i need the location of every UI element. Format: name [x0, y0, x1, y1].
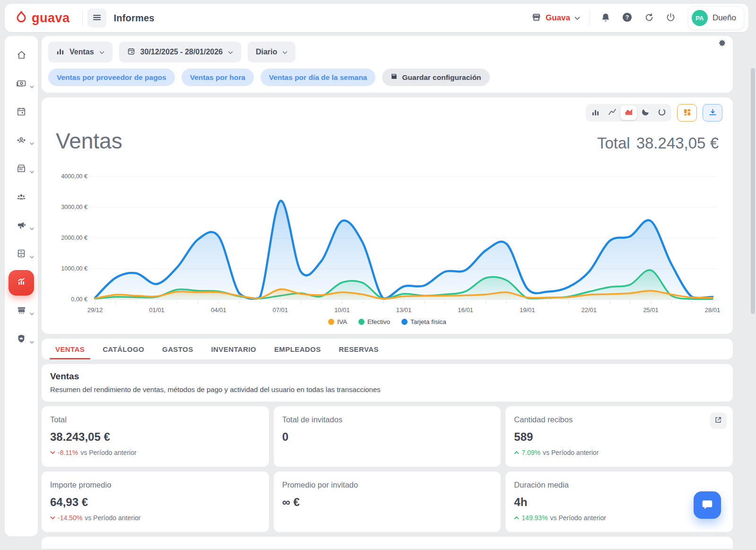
scrollbar-track[interactable]: [750, 33, 756, 550]
sidebar-item-payments[interactable]: [5, 70, 38, 98]
sidebar-item-reports-active[interactable]: [5, 269, 38, 297]
granularity-dropdown[interactable]: Diario: [248, 42, 295, 62]
bar-chart-icon: [591, 108, 600, 118]
sidebar-item-archive[interactable]: [5, 240, 38, 269]
delta-value: -14.50%: [58, 514, 82, 522]
sidebar-item-company[interactable]: [5, 155, 38, 183]
date-range-picker[interactable]: 30/12/2025 - 28/01/2026: [119, 42, 241, 62]
user-menu[interactable]: PA Dueño: [688, 7, 744, 29]
stat-card-total: Total 38.243,05 € -8.11% vs Período ante…: [42, 406, 269, 467]
money-icon: [16, 78, 27, 91]
chart-type-pie-button[interactable]: [637, 105, 653, 120]
stat-card-guests: Total de invitados 0: [274, 406, 501, 467]
sidebar-item-home[interactable]: [5, 42, 38, 70]
section-description: Resumen del rendimiento de ventas, métod…: [50, 385, 724, 393]
svg-text:28/01: 28/01: [705, 306, 721, 314]
sidebar-item-customers[interactable]: [5, 127, 38, 155]
chart-title: Ventas: [56, 128, 122, 154]
notifications-button[interactable]: [595, 8, 617, 28]
legend-item[interactable]: Efectivo: [358, 318, 390, 325]
chat-support-button[interactable]: [694, 491, 721, 519]
megaphone-icon: [16, 220, 27, 233]
download-button[interactable]: [703, 104, 722, 122]
stat-delta: 149.93% vs Período anterior: [514, 514, 724, 522]
help-button[interactable]: ?: [617, 8, 638, 28]
svg-text:13/01: 13/01: [396, 306, 412, 314]
delta-value: -8.11%: [58, 449, 78, 456]
tab-catalogo[interactable]: CATÁLOGO: [94, 339, 153, 359]
user-name: Dueño: [713, 13, 736, 23]
svg-text:25/01: 25/01: [643, 306, 659, 314]
stat-title: Cantidad recibos: [514, 415, 724, 424]
sidebar-item-team[interactable]: [5, 183, 38, 212]
stat-value: 38.243,05 €: [50, 430, 261, 444]
save-configuration-button[interactable]: Guardar configuración: [382, 69, 489, 86]
app-logo: guava: [9, 10, 78, 26]
legend-item[interactable]: Tarjeta física: [401, 318, 446, 325]
sidebar-item-marketing[interactable]: [5, 212, 38, 240]
scrollbar-thumb[interactable]: [751, 68, 755, 314]
delta-suffix: vs Período anterior: [543, 449, 599, 456]
open-receipts-button[interactable]: [710, 412, 727, 429]
chip-sales-by-weekday[interactable]: Ventas por día de la semana: [261, 69, 376, 86]
top-right-actions: Guava ? PA Dueño: [527, 7, 744, 29]
trend-up-icon: [514, 516, 519, 520]
stat-value: 64,93 €: [50, 496, 261, 509]
refresh-icon: [644, 12, 654, 24]
save-icon: [391, 73, 398, 82]
stat-value: 4h: [514, 496, 724, 509]
tab-empleados[interactable]: EMPLEADOS: [265, 339, 330, 359]
filter-settings-button[interactable]: [718, 39, 726, 49]
delta-suffix: vs Período anterior: [85, 514, 140, 522]
filter-bar: Ventas 30/12/2025 - 28/01/2026 Diario Ve…: [42, 36, 733, 93]
logout-button[interactable]: [660, 8, 682, 28]
chevron-down-icon: [228, 48, 233, 56]
chart-type-donut-button[interactable]: [653, 105, 670, 120]
stat-value: ∞ €: [282, 496, 493, 509]
chart-total: Total 38.243,05 €: [597, 134, 719, 152]
chip-sales-by-payment-provider[interactable]: Ventas por proveedor de pagos: [48, 69, 175, 86]
hamburger-icon: [92, 13, 102, 24]
refresh-button[interactable]: [638, 8, 660, 28]
legend-label: Tarjeta física: [410, 318, 446, 325]
stat-value: 589: [514, 430, 724, 444]
chat-bubble-icon: [701, 498, 713, 512]
chart-type-bar-button[interactable]: [587, 105, 604, 120]
chip-sales-by-hour[interactable]: Ventas por hora: [182, 69, 254, 86]
chevron-down-icon: [30, 167, 34, 175]
delta-value: 149.93%: [521, 514, 547, 522]
tab-gastos[interactable]: GASTOS: [153, 339, 202, 359]
chart-card: Ventas Total 38.243,05 € 0,00 €1000,00 €…: [42, 97, 733, 334]
location-name: Guava: [546, 13, 570, 23]
location-selector[interactable]: Guava: [527, 9, 585, 28]
menu-toggle-button[interactable]: [87, 9, 106, 27]
trend-down-icon: [50, 516, 55, 520]
sidebar-item-store[interactable]: [5, 297, 38, 325]
stat-title: Total: [50, 415, 261, 424]
report-type-dropdown[interactable]: Ventas: [48, 42, 113, 62]
chart-type-area-button[interactable]: [620, 105, 637, 120]
widgets-button[interactable]: [677, 104, 697, 122]
sidebar-item-admin[interactable]: [5, 325, 38, 354]
app-name: guava: [32, 11, 70, 26]
chart-type-line-button[interactable]: [604, 105, 620, 120]
legend-item[interactable]: IVA: [328, 318, 347, 325]
chevron-down-icon: [30, 252, 34, 261]
stat-title: Importe promedio: [50, 480, 261, 489]
tab-inventario[interactable]: INVENTARIO: [202, 339, 265, 359]
tab-ventas[interactable]: VENTAS: [46, 339, 94, 359]
divider: [82, 10, 83, 26]
chevron-down-icon: [282, 48, 287, 56]
chevron-down-icon: [99, 48, 104, 56]
svg-text:01/01: 01/01: [149, 306, 165, 314]
save-configuration-label: Guardar configuración: [402, 73, 481, 82]
legend-dot-icon: [401, 319, 408, 325]
stat-card-avg-amount: Importe promedio 64,93 € -14.50% vs Perí…: [42, 471, 269, 532]
shield-crown-icon: [16, 333, 26, 346]
top-bar: guava Informes Guava ?: [5, 4, 748, 32]
sidebar-item-calendar[interactable]: [5, 98, 38, 127]
tab-reservas[interactable]: RESERVAS: [330, 339, 388, 359]
svg-text:04/01: 04/01: [211, 306, 226, 314]
external-link-icon: [714, 416, 722, 425]
svg-text:1000,00 €: 1000,00 €: [61, 265, 87, 272]
